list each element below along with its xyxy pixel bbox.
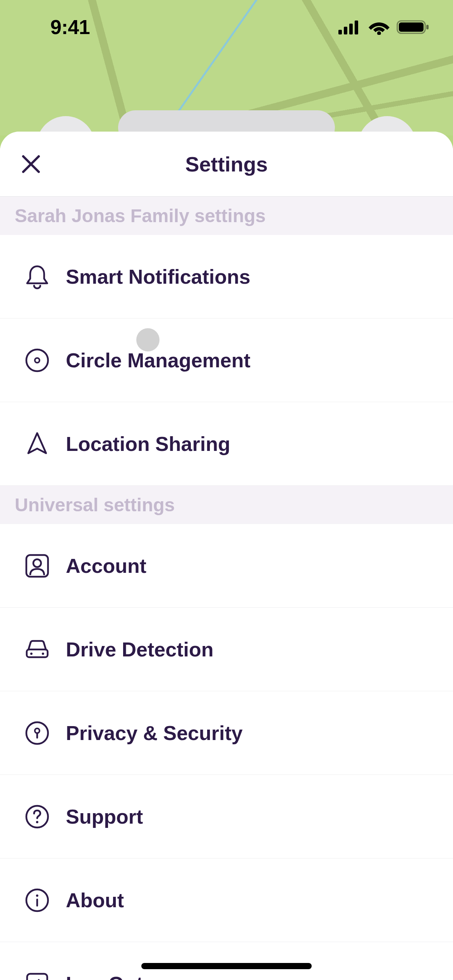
battery-icon [396,19,430,35]
row-support[interactable]: Support [0,775,453,858]
row-logout[interactable]: Log Out [0,942,453,980]
close-button[interactable] [19,152,43,176]
row-drive-detection[interactable]: Drive Detection [0,608,453,691]
svg-point-4 [377,31,381,35]
row-account[interactable]: Account [0,524,453,608]
svg-point-11 [35,358,39,363]
svg-point-15 [30,653,33,655]
svg-point-10 [26,350,48,371]
row-smart-notifications[interactable]: Smart Notifications [0,235,453,319]
svg-point-16 [42,653,44,655]
svg-point-13 [33,559,41,567]
status-time: 9:41 [50,15,90,39]
row-label: Smart Notifications [66,265,251,288]
touch-indicator [136,328,160,351]
wifi-icon [369,19,390,35]
svg-rect-23 [27,974,47,980]
row-label: Circle Management [66,349,251,372]
svg-rect-3 [355,21,358,34]
info-icon [24,887,50,913]
section-header-family: Sarah Jonas Family settings [0,197,453,235]
page-title: Settings [0,152,453,176]
status-bar: 9:41 [0,0,453,54]
svg-point-22 [36,894,38,897]
help-icon [24,804,50,830]
logout-icon [24,971,50,980]
svg-rect-2 [349,24,353,34]
home-indicator[interactable] [141,963,312,969]
status-icons [338,19,430,35]
row-label: Log Out [66,972,143,980]
row-location-sharing[interactable]: Location Sharing [0,402,453,486]
svg-rect-1 [344,27,347,34]
svg-rect-7 [426,25,429,29]
row-label: Drive Detection [66,638,213,661]
settings-sheet: Settings Sarah Jonas Family settings Sma… [0,132,453,980]
row-about[interactable]: About [0,858,453,942]
row-privacy-security[interactable]: Privacy & Security [0,691,453,775]
cellular-icon [338,20,362,34]
bell-icon [24,264,50,290]
person-icon [24,553,50,579]
svg-rect-14 [27,649,48,657]
svg-rect-6 [399,22,424,32]
row-label: Location Sharing [66,432,230,456]
circle-icon [24,347,50,373]
row-label: Privacy & Security [66,721,243,745]
sheet-header: Settings [0,132,453,197]
close-icon [21,154,41,174]
row-label: Support [66,805,143,828]
row-label: About [66,889,124,912]
navigation-icon [24,431,50,457]
row-label: Account [66,554,146,577]
svg-rect-0 [338,30,342,34]
section-header-universal: Universal settings [0,486,453,524]
row-circle-management[interactable]: Circle Management [0,319,453,402]
lock-icon [24,720,50,746]
svg-point-20 [36,821,38,823]
car-icon [24,636,50,663]
